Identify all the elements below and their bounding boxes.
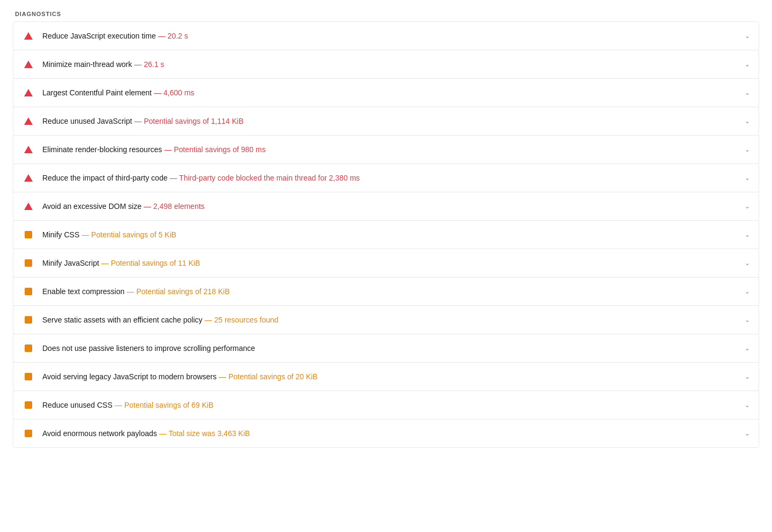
warning-square-icon <box>25 344 32 352</box>
diagnostic-item-avoid-excessive-dom[interactable]: Avoid an excessive DOM size— 2,498 eleme… <box>13 192 759 221</box>
item-detail: — 2,498 elements <box>144 202 205 211</box>
item-label: Minimize main-thread work <box>42 60 132 69</box>
warning-square-icon <box>25 430 32 437</box>
diagnostic-item-largest-contentful-paint[interactable]: Largest Contentful Paint element— 4,600 … <box>13 79 759 107</box>
item-detail: — 26.1 s <box>134 60 164 69</box>
warning-square-icon <box>25 316 32 324</box>
expand-chevron-icon[interactable]: ⌄ <box>741 231 750 238</box>
item-detail: — Potential savings of 20 KiB <box>219 372 317 381</box>
expand-chevron-icon[interactable]: ⌄ <box>741 61 750 68</box>
section-title: DIAGNOSTICS <box>13 11 759 17</box>
item-detail: — Third-party code blocked the main thre… <box>169 174 360 182</box>
diagnostics-list: Reduce JavaScript execution time— 20.2 s… <box>13 21 759 448</box>
warning-triangle-icon <box>24 146 33 153</box>
warning-square-icon <box>25 401 32 409</box>
item-label: Does not use passive listeners to improv… <box>42 344 255 353</box>
diagnostic-item-minify-css[interactable]: Minify CSS— Potential savings of 5 KiB⌄ <box>13 221 759 249</box>
expand-chevron-icon[interactable]: ⌄ <box>741 32 750 40</box>
item-label: Largest Contentful Paint element <box>42 88 152 97</box>
diagnostic-item-minimize-main-thread[interactable]: Minimize main-thread work— 26.1 s⌄ <box>13 50 759 79</box>
warning-triangle-icon <box>24 117 33 125</box>
item-label: Avoid serving legacy JavaScript to moder… <box>42 372 217 381</box>
warning-square-icon <box>25 373 32 380</box>
expand-chevron-icon[interactable]: ⌄ <box>741 174 750 182</box>
item-detail: — Potential savings of 980 ms <box>164 145 265 154</box>
item-label: Reduce unused JavaScript <box>42 117 132 125</box>
diagnostics-container: DIAGNOSTICS Reduce JavaScript execution … <box>0 0 772 459</box>
diagnostic-item-enormous-network-payloads[interactable]: Avoid enormous network payloads— Total s… <box>13 419 759 447</box>
diagnostic-item-serve-static-assets[interactable]: Serve static assets with an efficient ca… <box>13 306 759 334</box>
warning-triangle-icon <box>24 174 33 182</box>
warning-square-icon <box>25 259 32 267</box>
warning-triangle-icon <box>24 61 33 68</box>
expand-chevron-icon[interactable]: ⌄ <box>741 401 750 409</box>
warning-square-icon <box>25 231 32 238</box>
expand-chevron-icon[interactable]: ⌄ <box>741 373 750 380</box>
warning-square-icon <box>25 288 32 295</box>
warning-triangle-icon <box>24 89 33 96</box>
item-detail: — Total size was 3,463 KiB <box>159 429 250 438</box>
expand-chevron-icon[interactable]: ⌄ <box>741 430 750 437</box>
expand-chevron-icon[interactable]: ⌄ <box>741 117 750 125</box>
item-detail: — 4,600 ms <box>154 88 194 97</box>
diagnostic-item-reduce-js-execution[interactable]: Reduce JavaScript execution time— 20.2 s… <box>13 22 759 50</box>
item-detail: — Potential savings of 11 KiB <box>101 259 200 267</box>
item-detail: — Potential savings of 5 KiB <box>81 230 176 239</box>
item-label: Enable text compression <box>42 287 124 296</box>
diagnostic-item-reduce-unused-js[interactable]: Reduce unused JavaScript— Potential savi… <box>13 107 759 136</box>
item-label: Reduce unused CSS <box>42 401 113 409</box>
diagnostic-item-eliminate-render-blocking[interactable]: Eliminate render-blocking resources— Pot… <box>13 136 759 164</box>
item-label: Reduce JavaScript execution time <box>42 32 156 40</box>
item-detail: — Potential savings of 218 KiB <box>127 287 229 296</box>
diagnostic-item-passive-listeners[interactable]: Does not use passive listeners to improv… <box>13 334 759 363</box>
item-detail: — Potential savings of 69 KiB <box>115 401 213 409</box>
warning-triangle-icon <box>24 203 33 210</box>
item-detail: — Potential savings of 1,114 KiB <box>134 117 243 125</box>
diagnostic-item-legacy-js[interactable]: Avoid serving legacy JavaScript to moder… <box>13 363 759 391</box>
expand-chevron-icon[interactable]: ⌄ <box>741 288 750 295</box>
diagnostic-item-minify-js[interactable]: Minify JavaScript— Potential savings of … <box>13 249 759 278</box>
diagnostic-item-reduce-third-party-impact[interactable]: Reduce the impact of third-party code— T… <box>13 164 759 192</box>
expand-chevron-icon[interactable]: ⌄ <box>741 316 750 324</box>
item-detail: — 25 resources found <box>205 316 279 324</box>
expand-chevron-icon[interactable]: ⌄ <box>741 89 750 96</box>
diagnostic-item-enable-text-compression[interactable]: Enable text compression— Potential savin… <box>13 278 759 306</box>
item-detail: — 20.2 s <box>158 32 188 40</box>
item-label: Minify CSS <box>42 230 79 239</box>
item-label: Eliminate render-blocking resources <box>42 145 162 154</box>
diagnostic-item-reduce-unused-css[interactable]: Reduce unused CSS— Potential savings of … <box>13 391 759 419</box>
item-label: Serve static assets with an efficient ca… <box>42 316 203 324</box>
expand-chevron-icon[interactable]: ⌄ <box>741 344 750 352</box>
warning-triangle-icon <box>24 32 33 40</box>
item-label: Reduce the impact of third-party code <box>42 174 167 182</box>
item-label: Minify JavaScript <box>42 259 99 267</box>
item-label: Avoid an excessive DOM size <box>42 202 142 211</box>
expand-chevron-icon[interactable]: ⌄ <box>741 259 750 267</box>
item-label: Avoid enormous network payloads <box>42 429 157 438</box>
expand-chevron-icon[interactable]: ⌄ <box>741 203 750 210</box>
expand-chevron-icon[interactable]: ⌄ <box>741 146 750 153</box>
